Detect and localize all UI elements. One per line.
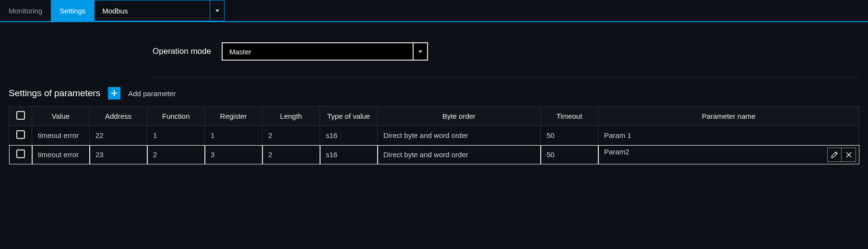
add-parameter-label[interactable]: Add parameter [128, 89, 176, 98]
cell-timeout: 50 [541, 145, 598, 164]
row-checkbox[interactable] [16, 130, 25, 139]
cell-type-of-value: s16 [320, 126, 378, 145]
table-row[interactable]: timeout error 22 1 1 2 s16 Direct byte a… [9, 126, 859, 145]
cell-type-of-value: s16 [320, 145, 378, 164]
cell-register: 3 [205, 145, 262, 164]
operation-mode-dropdown-button[interactable] [413, 43, 427, 60]
cell-length: 2 [262, 145, 320, 164]
table-row[interactable]: timeout error 23 2 3 2 s16 Direct byte a… [9, 145, 859, 164]
cell-timeout: 50 [541, 126, 598, 145]
header-byte-order: Byte order [378, 107, 541, 126]
cell-parameter-name: Param2 [598, 145, 859, 164]
pencil-icon [831, 151, 838, 159]
row-actions [827, 148, 856, 162]
operation-mode-select[interactable]: Master [222, 42, 428, 61]
table-header-row: Value Address Function Register Length T… [9, 107, 859, 126]
header-address: Address [90, 107, 147, 126]
edit-row-button[interactable] [827, 148, 842, 162]
cell-value: timeout error [32, 126, 90, 145]
parameter-name-text: Param2 [604, 148, 630, 156]
tab-monitoring[interactable]: Monitoring [0, 0, 51, 21]
header-value: Value [32, 107, 90, 126]
section-title: Settings of parameters [9, 88, 100, 99]
cell-address: 22 [90, 126, 147, 145]
add-parameter-button[interactable] [108, 87, 120, 100]
cell-function: 1 [147, 126, 205, 145]
select-all-checkbox[interactable] [16, 111, 25, 120]
operation-mode-row: Operation mode Master [153, 33, 859, 77]
header-type-of-value: Type of value [320, 107, 378, 126]
row-checkbox-cell [9, 145, 32, 164]
parameters-table: Value Address Function Register Length T… [9, 106, 859, 164]
cell-byte-order: Direct byte and word order [378, 126, 541, 145]
topbar: Monitoring Settings Modbus [0, 0, 868, 22]
plus-icon [110, 89, 118, 97]
header-parameter-name: Parameter name [598, 107, 859, 126]
header-function: Function [147, 107, 205, 126]
operation-mode-label: Operation mode [153, 47, 211, 56]
protocol-value: Modbus [95, 0, 210, 21]
delete-row-button[interactable] [842, 148, 856, 162]
cell-byte-order: Direct byte and word order [378, 145, 541, 164]
header-length: Length [262, 107, 320, 126]
header-timeout: Timeout [541, 107, 598, 126]
tab-label: Monitoring [9, 7, 42, 15]
cell-length: 2 [262, 126, 320, 145]
chevron-down-icon [215, 10, 219, 12]
header-register: Register [205, 107, 262, 126]
content: Operation mode Master Settings of parame… [0, 22, 868, 164]
section-header: Settings of parameters Add parameter [9, 77, 859, 106]
cell-function: 2 [147, 145, 205, 164]
tab-settings[interactable]: Settings [51, 0, 94, 21]
cell-address: 23 [90, 145, 147, 164]
tab-label: Settings [59, 7, 85, 15]
protocol-dropdown-button[interactable] [210, 0, 224, 21]
protocol-select[interactable]: Modbus [94, 0, 225, 21]
cell-register: 1 [205, 126, 262, 145]
cell-parameter-name: Param 1 [598, 126, 859, 145]
header-checkbox-cell [9, 107, 32, 126]
cell-value: timeout error [32, 145, 90, 164]
close-icon [845, 151, 852, 158]
chevron-down-icon [418, 50, 422, 53]
row-checkbox[interactable] [16, 149, 25, 158]
operation-mode-value: Master [223, 43, 413, 60]
row-checkbox-cell [9, 126, 32, 145]
